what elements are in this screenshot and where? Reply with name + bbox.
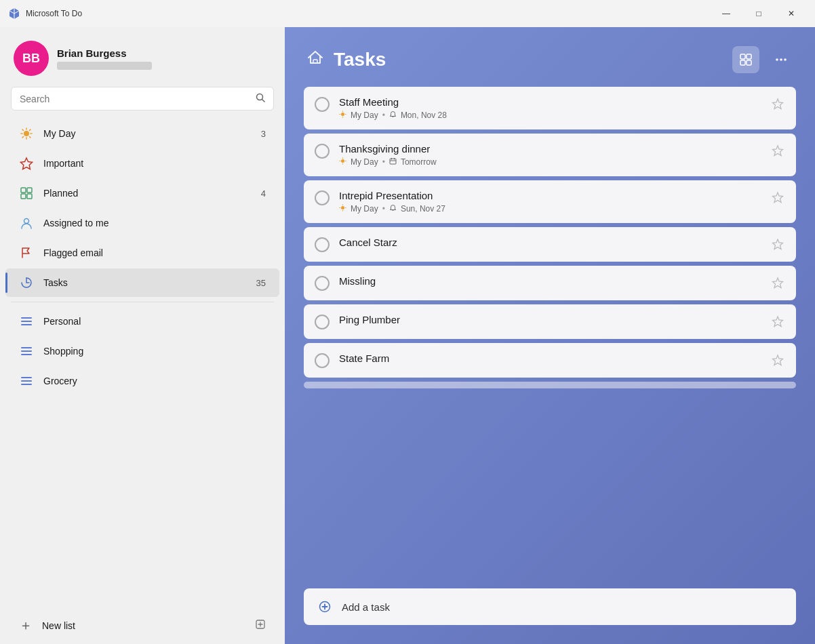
task-item[interactable]: Thanksgiving dinner My Day bbox=[304, 134, 796, 176]
new-list-extra-icon bbox=[255, 619, 266, 632]
task-body: Thanksgiving dinner My Day bbox=[339, 143, 761, 167]
nav-important-label: Important bbox=[43, 158, 256, 169]
task-checkbox[interactable] bbox=[315, 97, 330, 112]
nav-assigned[interactable]: Assigned to me bbox=[5, 209, 279, 237]
tasks-header: Tasks bbox=[285, 27, 815, 87]
svg-line-1 bbox=[262, 100, 265, 102]
add-task-bar[interactable]: Add a task bbox=[304, 588, 796, 625]
search-icon bbox=[256, 93, 265, 104]
task-title: Missling bbox=[339, 275, 761, 287]
svg-marker-50 bbox=[773, 239, 783, 249]
task-body: Ping Plumber bbox=[339, 314, 761, 325]
task-checkbox[interactable] bbox=[315, 144, 330, 159]
search-input[interactable] bbox=[20, 94, 250, 104]
task-item[interactable]: Ping Plumber bbox=[304, 304, 796, 339]
nav-planned[interactable]: Planned 4 bbox=[5, 179, 279, 207]
nav-shopping[interactable]: Shopping bbox=[5, 337, 279, 365]
profile-name: Brian Burgess bbox=[57, 47, 152, 59]
nav-assigned-label: Assigned to me bbox=[43, 218, 256, 228]
task-checkbox[interactable] bbox=[315, 315, 330, 329]
nav-tasks[interactable]: Tasks 35 bbox=[5, 268, 279, 297]
svg-point-25 bbox=[776, 58, 778, 61]
task-checkbox[interactable] bbox=[315, 237, 330, 252]
nav-flagged[interactable]: Flagged email bbox=[5, 239, 279, 267]
task-checkbox[interactable] bbox=[315, 190, 330, 205]
svg-point-44 bbox=[341, 206, 344, 209]
close-button[interactable]: ✕ bbox=[776, 3, 807, 24]
task-item[interactable]: Staff Meeting My Day • bbox=[304, 87, 796, 129]
svg-point-27 bbox=[784, 58, 787, 61]
task-meta: My Day • Mon, Nov 28 bbox=[339, 110, 761, 120]
more-options-button[interactable] bbox=[769, 47, 793, 72]
task-meta-date: Tomorrow bbox=[401, 157, 437, 167]
flagged-icon bbox=[19, 245, 34, 260]
svg-line-8 bbox=[30, 137, 31, 138]
task-item[interactable]: State Farm bbox=[304, 343, 796, 378]
svg-rect-24 bbox=[747, 60, 751, 65]
task-meta-myday: My Day bbox=[351, 157, 378, 167]
sun-icon-small bbox=[339, 110, 346, 120]
task-star[interactable] bbox=[770, 314, 785, 329]
profile-email-bar bbox=[57, 62, 152, 70]
svg-point-28 bbox=[341, 113, 344, 116]
task-item[interactable]: Cancel Starz bbox=[304, 227, 796, 262]
main-content: Tasks bbox=[285, 27, 815, 644]
svg-marker-51 bbox=[773, 278, 783, 288]
task-star[interactable] bbox=[770, 143, 785, 158]
window-controls: — □ ✕ bbox=[711, 3, 807, 24]
task-star[interactable] bbox=[770, 190, 785, 205]
task-item[interactable]: Intrepid Presentation My Day bbox=[304, 180, 796, 223]
layout-button[interactable] bbox=[732, 46, 759, 73]
svg-rect-13 bbox=[27, 188, 32, 193]
sun-icon-small bbox=[339, 204, 346, 214]
avatar[interactable]: BB bbox=[14, 41, 49, 76]
svg-rect-39 bbox=[390, 159, 396, 164]
search-container bbox=[0, 87, 285, 119]
task-list: Staff Meeting My Day • bbox=[285, 87, 815, 588]
profile-info: Brian Burgess bbox=[57, 47, 152, 70]
tasks-header-home-icon bbox=[306, 49, 324, 71]
task-star[interactable] bbox=[770, 275, 785, 290]
svg-rect-14 bbox=[21, 194, 26, 199]
nav-tasks-label: Tasks bbox=[43, 277, 247, 288]
svg-point-34 bbox=[341, 159, 344, 163]
task-meta: My Day • Sun, Nov 27 bbox=[339, 204, 761, 214]
task-meta: My Day • Tomorrow bbox=[339, 157, 761, 167]
nav-my-day[interactable]: My Day 3 bbox=[5, 119, 279, 148]
svg-rect-23 bbox=[740, 60, 745, 65]
task-meta-sep: • bbox=[382, 157, 385, 167]
task-body: State Farm bbox=[339, 353, 761, 364]
task-star[interactable] bbox=[770, 353, 785, 367]
new-list-button[interactable]: ＋ New list bbox=[5, 609, 279, 641]
minimize-button[interactable]: — bbox=[711, 3, 742, 24]
nav-important[interactable]: Important bbox=[5, 149, 279, 178]
task-checkbox[interactable] bbox=[315, 276, 330, 291]
task-item[interactable]: Missling bbox=[304, 266, 796, 300]
nav-tasks-count: 35 bbox=[256, 278, 266, 288]
task-body: Intrepid Presentation My Day bbox=[339, 190, 761, 214]
nav-my-day-count: 3 bbox=[261, 129, 266, 139]
svg-rect-15 bbox=[27, 194, 32, 199]
nav-planned-label: Planned bbox=[43, 188, 252, 199]
app-body: BB Brian Burgess bbox=[0, 27, 815, 644]
task-body: Missling bbox=[339, 275, 761, 287]
task-title: State Farm bbox=[339, 353, 761, 364]
nav-grocery[interactable]: Grocery bbox=[5, 367, 279, 395]
task-body: Staff Meeting My Day • bbox=[339, 96, 761, 120]
maximize-button[interactable]: □ bbox=[743, 3, 774, 24]
search-box[interactable] bbox=[11, 87, 274, 110]
tasks-icon bbox=[19, 275, 34, 290]
task-checkbox[interactable] bbox=[315, 353, 330, 368]
svg-marker-43 bbox=[773, 146, 783, 156]
nav-personal[interactable]: Personal bbox=[5, 307, 279, 336]
planned-icon bbox=[19, 186, 34, 201]
nav-flagged-label: Flagged email bbox=[43, 247, 256, 258]
task-star[interactable] bbox=[770, 96, 785, 111]
svg-marker-52 bbox=[773, 317, 783, 327]
my-day-icon bbox=[19, 126, 34, 141]
svg-point-16 bbox=[24, 219, 29, 224]
add-task-plus-icon bbox=[317, 599, 332, 614]
task-star[interactable] bbox=[770, 237, 785, 251]
nav-divider bbox=[11, 302, 274, 302]
profile-area[interactable]: BB Brian Burgess bbox=[0, 27, 285, 87]
